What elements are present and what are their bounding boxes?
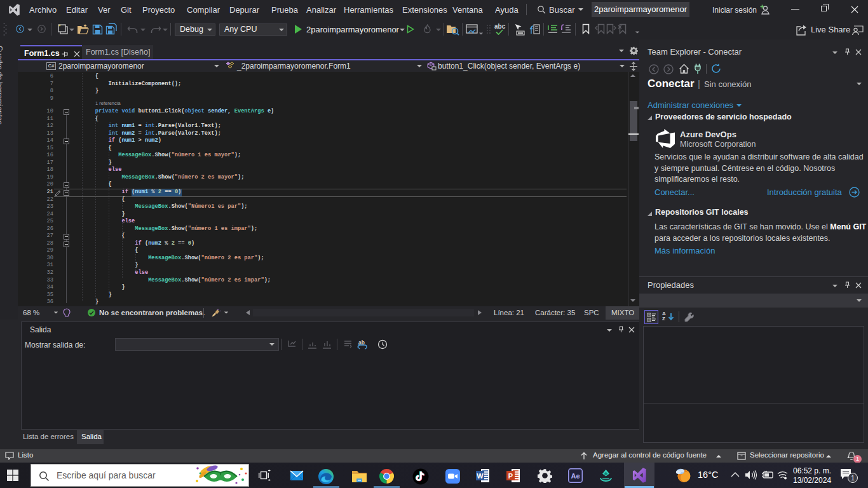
svg-text:Ae: Ae [571, 472, 580, 480]
svg-text:P: P [508, 472, 513, 480]
svg-text:W: W [477, 472, 484, 480]
